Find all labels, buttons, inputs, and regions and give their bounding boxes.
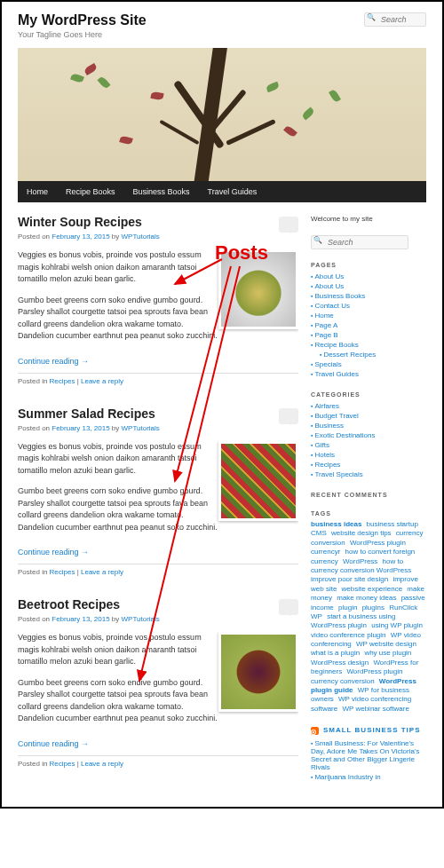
tag-link[interactable]: using WP plugin [371, 621, 423, 629]
leave-reply-link[interactable]: Leave a reply [81, 377, 123, 385]
tag-link[interactable]: CMS [311, 529, 327, 537]
page-link[interactable]: Recipe Books [314, 341, 358, 349]
post: Summer Salad RecipesPosted on February 1… [18, 406, 298, 577]
rss-icon[interactable] [311, 727, 319, 735]
header-image[interactable] [18, 48, 426, 181]
category-link[interactable]: Budget Travel [314, 412, 358, 420]
comment-bubble-icon[interactable] [279, 217, 298, 233]
tag-link[interactable]: WP webinar software [342, 705, 408, 713]
tag-link[interactable]: currency conversion [311, 677, 375, 685]
post-category-link[interactable]: Recipes [50, 377, 75, 385]
widget-title: TAGS [311, 510, 426, 517]
tag-link[interactable]: WordPress design [311, 659, 369, 667]
list-item: Gifts [311, 440, 426, 450]
page-link[interactable]: Contact Us [314, 302, 350, 310]
category-link[interactable]: Travel Specials [314, 470, 362, 478]
tag-link[interactable]: what is a plugin [311, 649, 360, 657]
category-link[interactable]: Business [314, 422, 343, 430]
tag-link[interactable]: make money ideas [337, 594, 396, 602]
post-category-link[interactable]: Recipes [50, 760, 75, 768]
leave-reply-link[interactable]: Leave a reply [81, 760, 123, 768]
tag-link[interactable]: plugin [338, 604, 357, 612]
post-date-link[interactable]: February 13, 2015 [52, 424, 109, 432]
content-area: Winter Soup RecipesPosted on February 13… [18, 215, 311, 794]
post-category-link[interactable]: Recipes [50, 568, 75, 576]
widget-pages: PAGES About UsAbout UsBusiness BooksCont… [311, 262, 426, 379]
category-link[interactable]: Gifts [314, 441, 329, 449]
category-link[interactable]: Recipes [314, 461, 340, 469]
post-thumbnail[interactable] [218, 632, 298, 712]
list-item: Exotic Destinations [311, 430, 426, 440]
list-item: Dessert Recipes [311, 350, 426, 359]
search-input[interactable] [364, 12, 426, 27]
site-title-link[interactable]: My WordPress Site [18, 12, 147, 28]
post-author-link[interactable]: WPTutorials [122, 233, 160, 241]
post-date-link[interactable]: February 13, 2015 [52, 615, 109, 623]
page-link[interactable]: Page B [314, 331, 337, 339]
rss-title-link[interactable]: SMALL BUSINESS TIPS [323, 726, 421, 734]
page-link[interactable]: About Us [314, 272, 344, 280]
sidebar-search-input[interactable] [311, 235, 408, 249]
tag-link[interactable]: website experience [342, 585, 402, 593]
list-item: Page A [311, 320, 426, 330]
page-link[interactable]: Home [314, 312, 333, 320]
page-link[interactable]: Dessert Recipes [323, 351, 376, 359]
tag-link[interactable]: WordPress plugin [350, 539, 406, 547]
list-item: Recipe Books [311, 340, 426, 350]
page-link[interactable]: Specials [314, 360, 341, 368]
category-link[interactable]: Hotels [314, 451, 335, 459]
widget-title: CATEGORIES [311, 391, 426, 398]
page-link[interactable]: Page A [314, 321, 337, 329]
list-item: Business [311, 421, 426, 430]
tag-link[interactable]: WP website design [356, 640, 416, 648]
widget-tags: TAGS business ideas business startup CMS… [311, 510, 426, 714]
tag-link[interactable]: video conference plugin [311, 631, 386, 639]
tag-link[interactable]: improve poor site design [311, 575, 388, 583]
comment-bubble-icon[interactable] [279, 408, 298, 424]
leave-reply-link[interactable]: Leave a reply [81, 568, 123, 576]
widget-rss: SMALL BUSINESS TIPS Small Business: For … [311, 726, 426, 782]
widget-welcome: Welcome to my site [311, 215, 426, 223]
post-date-link[interactable]: February 13, 2015 [52, 233, 109, 241]
rss-item-link[interactable]: Marijuana Industry in [314, 773, 380, 781]
list-item: Business Books [311, 291, 426, 301]
site-tagline: Your Tagline Goes Here [18, 30, 426, 39]
tag-link[interactable]: website design tips [331, 529, 392, 537]
category-link[interactable]: Exotic Destinations [314, 431, 375, 439]
tag-link[interactable]: why use plugin [364, 649, 411, 657]
page-link[interactable]: About Us [314, 282, 344, 290]
post-author-link[interactable]: WPTutorials [122, 615, 160, 623]
continue-reading-link[interactable]: Continue reading → [18, 739, 89, 748]
category-link[interactable]: Airfares [314, 402, 339, 410]
list-item: Home [311, 311, 426, 320]
page-link[interactable]: Travel Guides [314, 370, 359, 378]
continue-reading-link[interactable]: Continue reading → [18, 548, 89, 556]
post-thumbnail[interactable] [218, 249, 298, 329]
post-title-link[interactable]: Summer Salad Recipes [18, 406, 155, 421]
tag-link[interactable]: business startup [367, 520, 418, 528]
tag-link[interactable]: WordPress [343, 557, 377, 565]
list-item: Hotels [311, 450, 426, 460]
post-title-link[interactable]: Winter Soup Recipes [18, 215, 142, 229]
tag-link[interactable]: currencyr [311, 548, 340, 556]
post-meta: Posted on February 13, 2015 by WPTutoria… [18, 233, 298, 241]
nav-item[interactable]: Recipe Books [57, 181, 124, 202]
tag-link[interactable]: WordPress plugin [346, 667, 402, 675]
nav-item[interactable]: Travel Guides [199, 181, 266, 202]
list-item: Marijuana Industry in [311, 772, 426, 782]
rss-item-link[interactable]: Small Business: For Valentine's Day, Ado… [311, 739, 419, 771]
post-author-link[interactable]: WPTutorials [122, 424, 160, 432]
post-thumbnail[interactable] [218, 441, 298, 521]
sidebar: Welcome to my site PAGES About UsAbout U… [311, 215, 426, 794]
header-search [364, 12, 426, 27]
post-title-link[interactable]: Beetroot Recipes [18, 597, 120, 612]
main-nav: HomeRecipe BooksBusiness BooksTravel Gui… [18, 181, 426, 202]
continue-reading-link[interactable]: Continue reading → [18, 357, 89, 366]
page-link[interactable]: Business Books [314, 292, 365, 300]
nav-item[interactable]: Business Books [124, 181, 199, 202]
comment-bubble-icon[interactable] [279, 599, 298, 615]
tag-link[interactable]: business ideas [311, 520, 361, 528]
tag-link[interactable]: plugins [362, 604, 385, 612]
post-footer: Posted in Recipes | Leave a reply [18, 564, 298, 576]
nav-item[interactable]: Home [18, 181, 57, 202]
